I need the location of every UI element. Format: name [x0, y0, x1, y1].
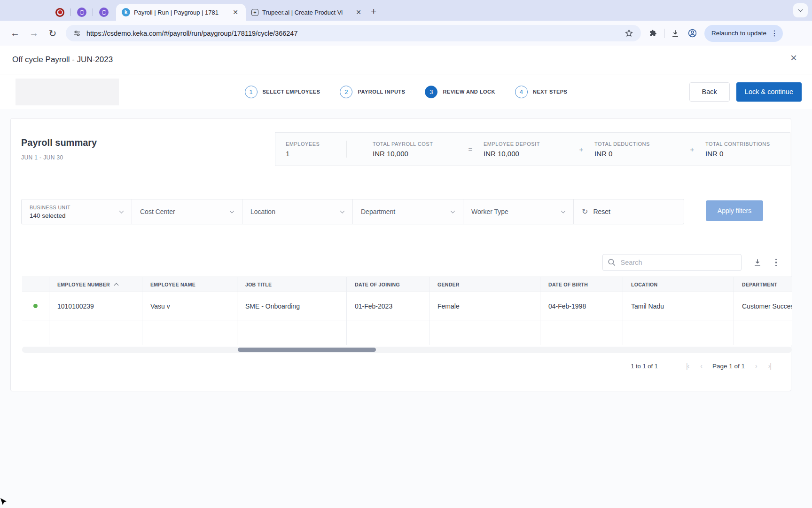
- department-filter[interactable]: Department: [353, 199, 463, 224]
- tab-separator: [93, 8, 93, 16]
- forward-nav-icon[interactable]: →: [25, 25, 42, 41]
- chevron-down-icon: [561, 209, 566, 214]
- column-header-date-of-joining[interactable]: DATE OF JOINING: [347, 277, 429, 292]
- metric-label: EMPLOYEE DEPOSIT: [484, 141, 540, 147]
- refresh-icon: ↻: [582, 207, 588, 216]
- empty-cell: [623, 320, 734, 345]
- tab-search-button[interactable]: [793, 3, 808, 17]
- last-page-icon[interactable]: ›|: [768, 362, 771, 370]
- employee-number-cell: 1010100239: [49, 292, 142, 320]
- relaunch-to-update-button[interactable]: Relaunch to update ⋮: [704, 25, 783, 42]
- column-header-employee-name[interactable]: EMPLOYEE NAME: [142, 277, 237, 292]
- empty-cell: [429, 320, 540, 345]
- back-button[interactable]: Back: [689, 82, 730, 102]
- column-header-date-of-birth[interactable]: DATE OF BIRTH: [540, 277, 623, 292]
- site-info-icon[interactable]: [73, 30, 81, 37]
- column-label: DATE OF BIRTH: [548, 282, 588, 287]
- business-unit-filter[interactable]: BUSINESS UNIT 140 selected: [22, 199, 132, 224]
- column-header-gender[interactable]: GENDER: [429, 277, 540, 292]
- chevron-down-icon: [230, 209, 234, 214]
- profile-icon[interactable]: [685, 26, 700, 41]
- column-header-department[interactable]: DEPARTMENT: [734, 277, 792, 292]
- chevron-down-icon: [340, 209, 345, 214]
- column-header-job-title[interactable]: JOB TITLE: [237, 277, 347, 292]
- new-tab-button[interactable]: +: [369, 4, 382, 21]
- metric-label: TOTAL DEDUCTIONS: [594, 141, 650, 147]
- close-tab-icon[interactable]: ✕: [354, 8, 363, 17]
- filter-label: Department: [361, 208, 395, 215]
- tab-trupeer[interactable]: + Trupeer.ai | Create Product Vi ✕: [246, 4, 369, 21]
- extensions-icon[interactable]: [646, 26, 661, 41]
- cost-center-filter[interactable]: Cost Center: [132, 199, 242, 224]
- loading-placeholder: [16, 79, 119, 105]
- step-number: 4: [515, 86, 528, 98]
- payroll-summary-title: Payroll summary: [21, 137, 97, 148]
- first-page-icon[interactable]: |‹: [686, 362, 689, 370]
- apply-filters-button[interactable]: Apply filters: [706, 200, 763, 221]
- reset-filters-button[interactable]: ↻ Reset: [574, 199, 684, 224]
- filter-label: Cost Center: [140, 208, 175, 215]
- filter-label: BUSINESS UNIT: [30, 205, 70, 210]
- bookmark-star-icon[interactable]: [625, 29, 633, 38]
- downloads-icon[interactable]: [668, 26, 683, 41]
- export-download-icon[interactable]: [753, 258, 762, 267]
- column-label: LOCATION: [631, 282, 657, 287]
- metric-value: INR 0: [705, 150, 770, 158]
- pagination: 1 to 1 of 1 |‹ ‹ Page 1 of 1 › ›|: [631, 362, 777, 370]
- close-tab-icon[interactable]: ✕: [231, 8, 240, 17]
- purple-app-icon[interactable]: [77, 8, 86, 17]
- step-select-employees[interactable]: 1 SELECT EMPLOYEES: [245, 86, 320, 98]
- mouse-cursor: [0, 498, 7, 506]
- metric-label: EMPLOYEES: [286, 141, 346, 147]
- browser-menu-icon[interactable]: ⋮: [771, 29, 778, 38]
- column-label: DEPARTMENT: [742, 282, 777, 287]
- payroll-summary-metrics: EMPLOYEES 1 TOTAL PAYROLL COST INR 10,00…: [275, 132, 790, 166]
- table-menu-icon[interactable]: [773, 257, 779, 269]
- sort-asc-icon: [114, 283, 118, 288]
- status-column-header: [22, 277, 49, 292]
- search-input[interactable]: [602, 254, 742, 271]
- trupeer-favicon: +: [251, 9, 258, 16]
- employee-name-link[interactable]: Vasu v: [142, 292, 237, 320]
- filter-row: BUSINESS UNIT 140 selected Cost Center L…: [21, 199, 791, 224]
- prev-page-icon[interactable]: ‹: [700, 362, 702, 370]
- horizontal-scrollbar[interactable]: [22, 347, 792, 353]
- filter-label: Location: [250, 208, 275, 215]
- step-payroll-inputs[interactable]: 2 PAYROLL INPUTS: [340, 86, 405, 98]
- metric-operator: +: [568, 145, 594, 153]
- column-header-employee-number[interactable]: EMPLOYEE NUMBER: [49, 277, 142, 292]
- url-text[interactable]: https://csdemo.keka.com/#/payroll/run/pa…: [86, 30, 619, 37]
- date-of-birth-cell: 04-Feb-1998: [540, 292, 623, 320]
- empty-cell: [142, 320, 237, 345]
- step-next-steps[interactable]: 4 NEXT STEPS: [515, 86, 567, 98]
- step-label: NEXT STEPS: [533, 89, 567, 95]
- empty-cell: [734, 320, 792, 345]
- empty-cell: [22, 320, 49, 345]
- purple-app-icon[interactable]: [99, 8, 109, 17]
- location-filter[interactable]: Location: [242, 199, 353, 224]
- reload-icon[interactable]: ↻: [44, 25, 61, 41]
- worker-type-filter[interactable]: Worker Type: [463, 199, 574, 224]
- step-number: 3: [425, 86, 437, 98]
- url-bar[interactable]: https://csdemo.keka.com/#/payroll/run/pa…: [66, 25, 641, 41]
- metric-label: TOTAL CONTRIBUTIONS: [705, 141, 770, 147]
- tab-payroll[interactable]: k Payroll | Run | Paygroup | 1781 ✕: [116, 4, 246, 21]
- column-label: JOB TITLE: [245, 282, 272, 287]
- chevron-down-icon: [119, 209, 124, 214]
- tab-separator: [70, 8, 71, 16]
- lock-and-continue-button[interactable]: Lock & continue: [736, 82, 802, 102]
- scrollbar-thumb[interactable]: [238, 348, 376, 352]
- step-review-and-lock[interactable]: 3 REVIEW AND LOCK: [425, 86, 495, 98]
- column-label: EMPLOYEE NUMBER: [57, 282, 110, 287]
- metric-operator: =: [457, 145, 484, 153]
- back-nav-icon[interactable]: ←: [7, 25, 23, 41]
- column-header-location[interactable]: LOCATION: [623, 277, 734, 292]
- empty-cell: [237, 320, 347, 345]
- next-page-icon[interactable]: ›: [755, 362, 757, 370]
- search-box: [602, 254, 742, 271]
- empty-cell: [347, 320, 429, 345]
- record-icon[interactable]: [55, 8, 64, 17]
- close-icon[interactable]: ×: [790, 52, 797, 64]
- payroll-card: Payroll summary JUN 1 - JUN 30 EMPLOYEES…: [10, 118, 791, 391]
- empty-cell: [540, 320, 623, 345]
